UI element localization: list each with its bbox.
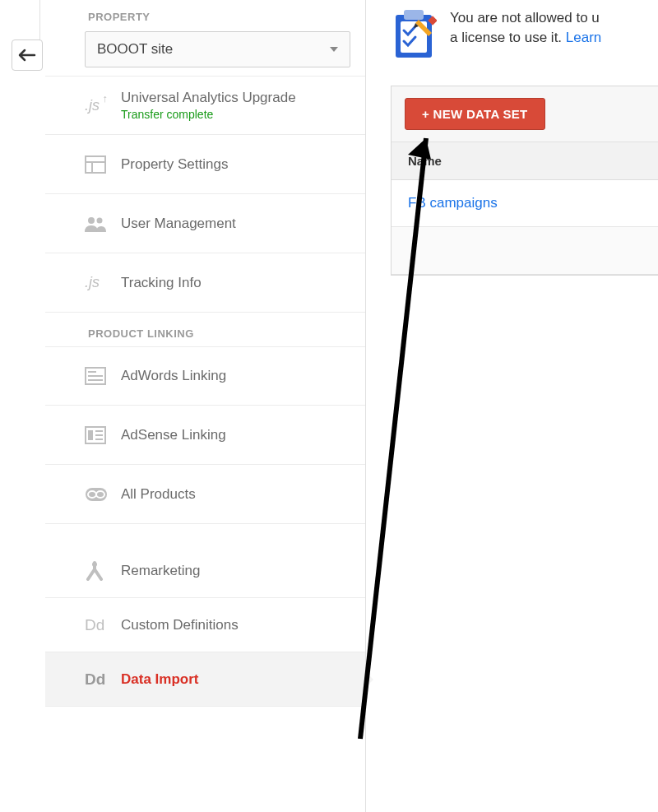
table-header-name: Name [392,142,658,180]
nav-label: Custom Definitions [121,617,239,633]
nav-remarketing[interactable]: Remarketing [45,544,365,598]
svg-point-4 [97,217,103,223]
nav-label: AdSense Linking [121,427,226,443]
back-arrow-icon [18,49,36,62]
nav-tracking-info[interactable]: .js Tracking Info [45,253,365,313]
section-label-property: PROPERTY [45,4,365,31]
property-selector[interactable]: BOOOT site [85,31,350,67]
new-data-set-button[interactable]: + NEW DATA SET [405,98,545,130]
nav-label: User Management [121,216,236,232]
back-column [0,0,45,812]
js-upgrade-icon: .js↑ [85,97,121,114]
nav-universal-analytics-upgrade[interactable]: .js↑ Universal Analytics Upgrade Transfe… [45,76,365,135]
main-content: You are not allowed to u a license to us… [366,0,658,812]
svg-point-17 [92,562,97,567]
dd-icon: Dd [85,670,121,689]
notice-text: You are not allowed to u a license to us… [450,8,601,48]
svg-rect-19 [404,10,424,20]
js-icon: .js [85,274,121,291]
svg-rect-0 [86,156,105,173]
learn-link[interactable]: Learn [566,30,601,45]
chevron-down-icon [330,47,338,52]
notice-line1: You are not allowed to u [450,10,600,26]
adwords-icon [85,367,121,385]
svg-point-3 [88,217,95,224]
panel-header: + NEW DATA SET [392,86,658,142]
section-label-product-linking: PRODUCT LINKING [45,313,365,346]
nav-all-products[interactable]: All Products [45,465,365,524]
nav-custom-definitions[interactable]: Dd Custom Definitions [45,598,365,652]
data-set-link[interactable]: FB campaigns [408,195,498,211]
sidebar: PROPERTY BOOOT site .js↑ Universal Analy… [45,0,366,812]
nav-data-import[interactable]: Dd Data Import [45,652,365,707]
nav-label: Tracking Info [121,275,202,291]
nav-adwords-linking[interactable]: AdWords Linking [45,346,365,406]
remarketing-icon [85,561,121,581]
users-icon [85,216,121,232]
link-icon [85,487,121,502]
nav-subtext: Transfer complete [121,108,296,121]
nav-user-management[interactable]: User Management [45,194,365,253]
table-footer [392,227,658,275]
back-button[interactable] [12,39,43,71]
table-row[interactable]: FB campaigns [392,180,658,227]
nav-adsense-linking[interactable]: AdSense Linking [45,406,365,465]
nav-property-settings[interactable]: Property Settings [45,135,365,194]
svg-rect-10 [88,430,93,440]
layout-icon [85,155,121,174]
nav-label: Universal Analytics Upgrade [121,90,296,106]
nav-label: Data Import [121,671,198,688]
nav-label: AdWords Linking [121,368,226,384]
data-set-panel: + NEW DATA SET Name FB campaigns [391,86,658,276]
nav-label: Property Settings [121,156,228,173]
adsense-icon [85,426,121,444]
nav-label: All Products [121,486,196,503]
property-selected-value: BOOOT site [97,41,173,58]
spacer [45,524,365,544]
notice-line2: a license to use it. [450,30,566,45]
clipboard-icon [391,8,437,59]
dd-icon: Dd [85,616,121,634]
notice-banner: You are not allowed to u a license to us… [391,0,658,59]
nav-label: Remarketing [121,563,200,579]
